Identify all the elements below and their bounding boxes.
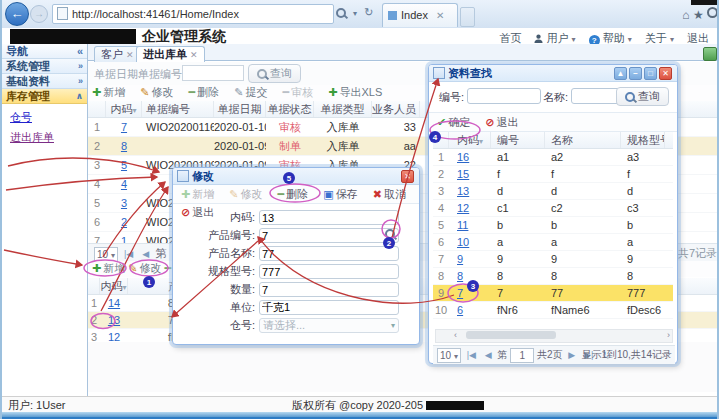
dialog-cancel-button[interactable]: ✖取消: [373, 188, 406, 200]
first-page-icon[interactable]: |◀: [124, 249, 133, 259]
row-id-link[interactable]: 15: [449, 166, 491, 182]
dialog-edit-button[interactable]: ✎修改: [229, 188, 262, 200]
menu-logout[interactable]: 退出: [687, 32, 709, 44]
submit-button[interactable]: ✎提交: [234, 86, 267, 98]
tab-customer[interactable]: 客户✕: [94, 46, 141, 62]
next-page-icon[interactable]: ▶: [568, 350, 575, 360]
table-row[interactable]: 3 13 d d d: [433, 183, 673, 200]
row-id-link[interactable]: 14: [100, 295, 128, 311]
edit-button[interactable]: ✎修改: [140, 86, 173, 98]
browser-tab[interactable]: Index✕: [382, 3, 458, 27]
unit-field[interactable]: [259, 300, 399, 315]
audit-button[interactable]: ━审核: [283, 86, 314, 98]
table-row[interactable]: 4 12 c1 c2 c3: [433, 200, 673, 217]
horizontal-scrollbar[interactable]: ‹ ›: [435, 329, 673, 343]
column-header[interactable]: 单据类型: [314, 101, 372, 117]
close-icon[interactable]: ✕: [190, 50, 198, 60]
collapse-icon[interactable]: ▲: [614, 67, 627, 80]
id-field[interactable]: [259, 210, 399, 225]
tab-close-icon[interactable]: ✕: [436, 10, 444, 21]
row-id-link[interactable]: 8: [449, 268, 491, 284]
edit-dialog-titlebar[interactable]: 修改 ✕: [173, 168, 419, 185]
refresh-icon[interactable]: ↻: [364, 6, 373, 18]
menu-help[interactable]: ? 帮助 ▾: [589, 32, 632, 44]
row-id-link[interactable]: 4: [106, 175, 142, 193]
dialog-add-button[interactable]: ✚新增: [181, 188, 214, 200]
search-icon[interactable]: [336, 8, 346, 18]
row-id-link[interactable]: 7: [449, 285, 491, 301]
row-id-link[interactable]: 11: [449, 217, 491, 233]
menu-about[interactable]: 关于 ▾: [645, 32, 674, 44]
product-name-field[interactable]: [259, 246, 399, 261]
table-row[interactable]: 1 16 a1 a2 a3: [433, 149, 673, 166]
table-row[interactable]: 8 8 8 8 8: [433, 268, 673, 285]
row-id-link[interactable]: 3: [106, 194, 142, 212]
row-id-link[interactable]: 2: [106, 213, 142, 231]
lookup-no-input[interactable]: [467, 88, 541, 104]
menu-user[interactable]: 用户 ▾: [534, 32, 575, 44]
spec-field[interactable]: [259, 264, 399, 279]
row-id-link[interactable]: 16: [449, 149, 491, 165]
prev-page-icon[interactable]: ◀: [485, 350, 492, 360]
column-header[interactable]: 名称: [545, 132, 621, 148]
tab-inout-orders[interactable]: 进出库单✕: [136, 46, 205, 63]
column-header[interactable]: 规格型号: [621, 132, 665, 148]
dialog-delete-button[interactable]: ━删除: [278, 188, 309, 200]
column-header[interactable]: 内码▾: [100, 278, 128, 294]
sidebar-section-basedata[interactable]: 基础资料»: [2, 74, 87, 89]
maximize-icon[interactable]: □: [644, 67, 657, 80]
scrollbar-thumb[interactable]: [466, 331, 556, 339]
page-input[interactable]: 1: [510, 348, 534, 363]
tab-list-button[interactable]: [703, 47, 717, 61]
column-header[interactable]: 业务人员: [372, 101, 420, 117]
browser-forward-button[interactable]: →: [30, 5, 48, 23]
export-xls-button[interactable]: ✚导出XLS: [328, 86, 382, 98]
first-page-icon[interactable]: |◀: [467, 350, 476, 360]
browser-back-button[interactable]: ←: [5, 2, 29, 26]
column-header[interactable]: 单据编号: [142, 101, 214, 117]
settings-gear-icon[interactable]: [707, 7, 718, 18]
address-bar[interactable]: http://localhost:41461/Home/Index: [52, 4, 334, 24]
column-header[interactable]: 内码▾: [449, 132, 491, 148]
detail-add-button[interactable]: ✚新增: [92, 262, 125, 274]
table-row[interactable]: 9 7 7 77 777: [433, 285, 673, 302]
add-button[interactable]: ✚新增: [92, 86, 125, 98]
dialog-save-button[interactable]: ▣保存: [323, 188, 357, 200]
close-icon[interactable]: ✕: [126, 50, 134, 60]
column-header[interactable]: 内码▾: [106, 101, 142, 117]
column-header[interactable]: 单据状态: [266, 101, 314, 117]
quantity-field[interactable]: [259, 282, 399, 297]
row-id-link[interactable]: 13: [100, 312, 128, 328]
close-icon[interactable]: ✕: [659, 67, 672, 80]
table-row[interactable]: 5 11 b b b: [433, 217, 673, 234]
sidebar-section-inventory[interactable]: 库存管理∧: [2, 89, 87, 104]
sidebar-link-warehouse[interactable]: 仓号: [10, 110, 87, 125]
column-header[interactable]: 编号: [491, 132, 545, 148]
lookup-exit-button[interactable]: ⊘退出: [485, 116, 518, 128]
lookup-search-button[interactable]: 查询: [616, 87, 669, 106]
delete-button[interactable]: ━删除: [189, 86, 220, 98]
page-size-select[interactable]: 10 ▾: [437, 348, 461, 363]
product-no-field[interactable]: [259, 228, 399, 243]
warehouse-select[interactable]: 请选择...▾: [259, 318, 399, 333]
search-button[interactable]: 查询: [248, 64, 301, 83]
dropdown-arrow-icon[interactable]: ▾: [353, 9, 357, 18]
collapse-icon[interactable]: «: [77, 44, 83, 58]
filter-no-input[interactable]: [182, 65, 244, 81]
confirm-button[interactable]: ✔确定: [437, 116, 470, 128]
table-row[interactable]: 10 6 fNr6 fName6 fDesc6: [433, 302, 673, 319]
row-id-link[interactable]: 10: [449, 234, 491, 250]
scroll-right-icon[interactable]: ›: [667, 330, 670, 341]
column-header[interactable]: 单据日期: [214, 101, 266, 117]
close-icon[interactable]: ✕: [401, 170, 414, 183]
scroll-left-icon[interactable]: ‹: [454, 330, 457, 341]
table-row[interactable]: 7 9 9 9 9: [433, 251, 673, 268]
row-id-link[interactable]: 7: [106, 118, 142, 136]
menu-home[interactable]: 首页: [499, 32, 521, 44]
favorites-star-icon[interactable]: ★: [693, 8, 704, 22]
lookup-dialog-titlebar[interactable]: 资料查找 ✕ □ − ▲: [429, 65, 677, 82]
row-id-link[interactable]: 8: [106, 137, 142, 155]
row-id-link[interactable]: 9: [449, 251, 491, 267]
row-id-link[interactable]: 13: [449, 183, 491, 199]
table-row[interactable]: 6 10 a a a: [433, 234, 673, 251]
